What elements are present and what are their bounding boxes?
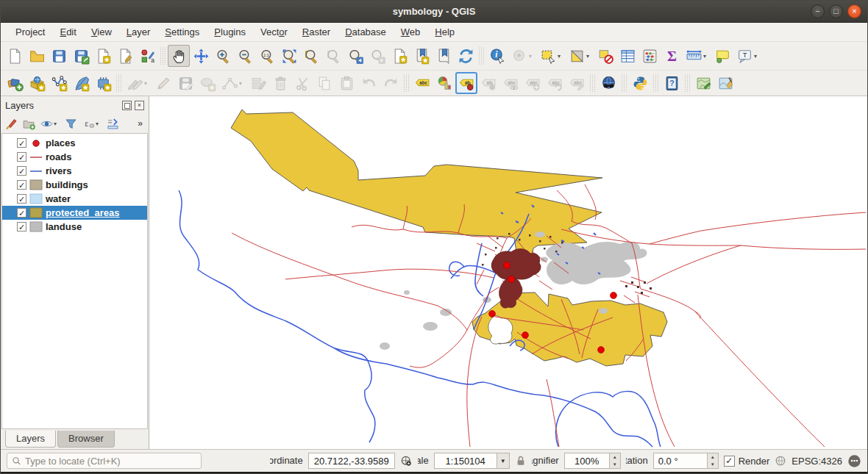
layer-item-rivers[interactable]: ✓rivers xyxy=(2,164,147,178)
new-spatial-bookmark-button[interactable] xyxy=(388,45,410,67)
layer-item-landuse[interactable]: ✓landuse xyxy=(2,220,147,234)
menu-view[interactable]: View xyxy=(84,24,119,40)
coordinate-value[interactable]: 20.7122,-33.9589 xyxy=(308,453,395,469)
map-plugin-1-button[interactable] xyxy=(692,72,714,94)
map-canvas[interactable] xyxy=(149,96,867,449)
map-tips-button[interactable] xyxy=(711,45,733,67)
layer-item-places[interactable]: ✓places xyxy=(2,136,147,150)
new-virtual-layer-button[interactable] xyxy=(92,72,114,94)
help-contents-button[interactable]: ? xyxy=(661,72,683,94)
new-geopackage-layer-button[interactable] xyxy=(26,72,48,94)
menu-layer[interactable]: Layer xyxy=(119,24,158,40)
pan-map-button[interactable] xyxy=(168,45,190,67)
locate-search-input[interactable]: Type to locate (Ctrl+K) xyxy=(7,453,202,469)
menu-project[interactable]: Project xyxy=(8,24,52,40)
dock-tab-browser[interactable]: Browser xyxy=(57,431,115,448)
expand-collapse-all-button[interactable] xyxy=(104,115,121,132)
layer-item-water[interactable]: ✓water xyxy=(2,192,147,206)
show-layout-manager-button[interactable] xyxy=(114,45,136,67)
measure-line-button[interactable] xyxy=(683,45,705,67)
open-project-button[interactable] xyxy=(26,45,48,67)
zoom-out-button[interactable] xyxy=(234,45,256,67)
layer-visibility-checkbox[interactable]: ✓ xyxy=(17,194,26,204)
crs-status[interactable]: EPSG:4326 xyxy=(791,456,842,467)
statistical-summary-button[interactable]: Σ xyxy=(661,45,683,67)
new-shapefile-layer-button[interactable] xyxy=(48,72,70,94)
layer-visibility-checkbox[interactable]: ✓ xyxy=(17,138,26,148)
maximize-button[interactable]: □ xyxy=(829,4,843,18)
open-attribute-table-button[interactable] xyxy=(616,45,638,67)
zoom-native-button[interactable]: 1:1 xyxy=(256,45,278,67)
zoom-full-button[interactable] xyxy=(278,45,300,67)
layer-visibility-checkbox[interactable]: ✓ xyxy=(17,152,26,162)
save-project-button[interactable] xyxy=(48,45,70,67)
text-annotation-button[interactable]: T xyxy=(733,45,755,67)
menu-vector[interactable]: Vector xyxy=(253,24,295,40)
zoom-last-button[interactable] xyxy=(344,45,366,67)
zoom-to-layer-button[interactable] xyxy=(300,45,322,67)
new-spatialite-layer-button[interactable] xyxy=(70,72,92,94)
rotation-value[interactable]: 0.0 ° xyxy=(653,453,708,469)
lock-scale-icon[interactable] xyxy=(515,455,527,467)
filter-legend-button[interactable] xyxy=(62,115,79,132)
panel-float-button[interactable] xyxy=(122,101,132,110)
magnifier-spin-buttons[interactable]: ▲▼ xyxy=(610,453,621,469)
close-button[interactable]: × xyxy=(847,4,861,18)
magnifier-spinbox[interactable]: 100% ▲▼ xyxy=(564,453,621,469)
menu-web[interactable]: Web xyxy=(394,24,428,40)
pin-labels-button[interactable]: ab xyxy=(455,72,477,94)
identify-features-button[interactable]: i xyxy=(486,45,508,67)
layer-visibility-checkbox[interactable]: ✓ xyxy=(17,222,26,231)
filter-legend-by-expression-button[interactable]: ε xyxy=(79,115,97,132)
menu-raster[interactable]: Raster xyxy=(295,24,338,40)
scale-value[interactable]: 1:150104 xyxy=(434,453,497,469)
extents-toggle-icon[interactable] xyxy=(400,455,413,467)
save-project-as-button[interactable] xyxy=(70,45,92,67)
dock-tab-layers[interactable]: Layers xyxy=(5,431,56,448)
deselect-features-button[interactable] xyxy=(594,45,616,67)
scale-dropdown-arrow[interactable]: ▼ xyxy=(497,453,510,469)
render-checkbox[interactable]: ✓ xyxy=(724,456,735,467)
magnifier-value[interactable]: 100% xyxy=(564,453,610,469)
layer-visibility-checkbox[interactable]: ✓ xyxy=(17,166,26,176)
layer-visibility-checkbox[interactable]: ✓ xyxy=(17,180,26,190)
layer-visibility-checkbox[interactable]: ✓ xyxy=(17,208,26,218)
open-layer-styling-dock-button[interactable] xyxy=(2,115,20,132)
minimize-button[interactable]: − xyxy=(811,4,825,18)
rotation-spin-buttons[interactable]: ▲▼ xyxy=(708,453,719,469)
manage-map-themes-button[interactable] xyxy=(38,115,55,132)
new-project-button[interactable] xyxy=(4,45,26,67)
menu-database[interactable]: Database xyxy=(338,24,394,40)
add-group-button[interactable] xyxy=(20,115,38,132)
title-bar[interactable]: symbology - QGIS −□× xyxy=(1,1,867,23)
pan-to-selection-button[interactable] xyxy=(190,45,212,67)
refresh-map-button[interactable] xyxy=(455,45,477,67)
style-manager-button[interactable]: a xyxy=(136,45,158,67)
render-toggle[interactable]: ✓ Render xyxy=(724,456,770,467)
scale-combobox[interactable]: 1:150104 ▼ xyxy=(434,453,510,469)
layer-item-buildings[interactable]: ✓buildings xyxy=(2,178,147,192)
data-source-manager-button[interactable] xyxy=(4,72,26,94)
menu-plugins[interactable]: Plugins xyxy=(207,24,253,40)
layer-diagram-options-button[interactable] xyxy=(433,72,455,94)
python-console-button[interactable] xyxy=(629,72,651,94)
metasearch-button[interactable] xyxy=(597,72,619,94)
zoom-in-button[interactable] xyxy=(212,45,234,67)
select-features-button[interactable] xyxy=(537,45,559,67)
panel-toolbar-overflow-button[interactable]: » xyxy=(138,118,147,129)
messages-icon[interactable] xyxy=(847,454,861,468)
field-calculator-button[interactable] xyxy=(638,45,661,67)
map-plugin-2-button[interactable] xyxy=(714,72,736,94)
layer-item-roads[interactable]: ✓roads xyxy=(2,150,147,164)
rotation-spinbox[interactable]: 0.0 ° ▲▼ xyxy=(653,453,719,469)
panel-close-button[interactable]: × xyxy=(135,101,144,110)
layer-item-protected_areas[interactable]: ✓protected_areas xyxy=(2,206,147,220)
menu-edit[interactable]: Edit xyxy=(52,24,83,40)
layer-labeling-options-button[interactable]: abc xyxy=(411,72,433,94)
show-spatial-bookmarks-button[interactable] xyxy=(410,45,433,67)
menu-help[interactable]: Help xyxy=(427,24,462,40)
menu-settings[interactable]: Settings xyxy=(157,24,207,40)
select-by-value-button[interactable] xyxy=(566,45,588,67)
show-bookmark-manager-button[interactable] xyxy=(433,45,455,67)
new-print-layout-button[interactable] xyxy=(92,45,114,67)
